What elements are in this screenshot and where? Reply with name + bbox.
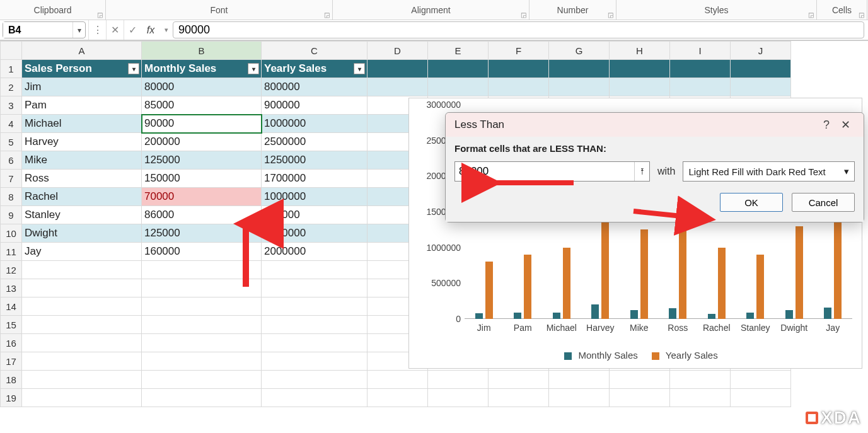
row-header-10[interactable]: 10: [1, 224, 22, 243]
bar-yearly[interactable]: [796, 226, 803, 319]
cell[interactable]: [731, 60, 791, 78]
ribbon-group-cells[interactable]: Cells◲: [817, 0, 867, 20]
cell[interactable]: [22, 334, 142, 352]
row-header-19[interactable]: 19: [1, 389, 22, 407]
cell[interactable]: [262, 279, 367, 297]
col-header-J[interactable]: J: [731, 42, 791, 60]
formula-input[interactable]: [173, 21, 864, 38]
cell[interactable]: [262, 297, 367, 316]
cell[interactable]: [22, 389, 142, 407]
cell-B8[interactable]: 70000: [142, 188, 262, 206]
cell[interactable]: [610, 389, 670, 407]
cell-B3[interactable]: 85000: [142, 96, 262, 115]
cell-C8[interactable]: 1000000: [262, 188, 367, 206]
cell[interactable]: [142, 297, 262, 316]
cell[interactable]: [262, 261, 367, 279]
bar-monthly[interactable]: [785, 310, 793, 319]
close-icon[interactable]: ✕: [836, 118, 855, 132]
row-header-1[interactable]: 1: [1, 60, 22, 78]
cell-A10[interactable]: Dwight: [22, 224, 142, 243]
cell[interactable]: [670, 389, 731, 407]
col-header-I[interactable]: I: [670, 42, 731, 60]
cell[interactable]: [428, 371, 489, 389]
help-button[interactable]: ?: [817, 118, 836, 132]
cell[interactable]: [262, 316, 367, 334]
fx-dropdown-icon[interactable]: ▾: [160, 20, 173, 40]
row-header-5[interactable]: 5: [1, 133, 22, 151]
cell-A8[interactable]: Rachel: [22, 188, 142, 206]
format-select[interactable]: Light Red Fill with Dark Red Text ▾: [683, 161, 855, 182]
row-header-11[interactable]: 11: [1, 243, 22, 261]
bar-monthly[interactable]: [746, 313, 754, 319]
row-header-9[interactable]: 9: [1, 206, 22, 224]
cell[interactable]: [670, 78, 731, 96]
row-header-16[interactable]: 16: [1, 334, 22, 352]
cell[interactable]: [731, 371, 791, 389]
cell[interactable]: [142, 279, 262, 297]
cancel-button[interactable]: Cancel: [792, 193, 855, 212]
options-button[interactable]: ⋮: [88, 20, 106, 40]
cell-A7[interactable]: Ross: [22, 170, 142, 188]
cell[interactable]: [428, 60, 489, 78]
bar-monthly[interactable]: [824, 308, 831, 319]
table-header-a[interactable]: Sales Person▾: [22, 60, 142, 78]
cell[interactable]: [142, 261, 262, 279]
dialog-launcher-icon[interactable]: ◲: [97, 11, 103, 18]
fx-icon[interactable]: fx: [141, 20, 160, 40]
cell[interactable]: [489, 78, 549, 96]
table-header-b[interactable]: Monthly Sales▾: [142, 60, 262, 78]
bar-monthly[interactable]: [669, 308, 676, 319]
row-header-7[interactable]: 7: [1, 170, 22, 188]
cell-A6[interactable]: Mike: [22, 151, 142, 170]
cell-C7[interactable]: 1700000: [262, 170, 367, 188]
name-box-dropdown[interactable]: ▾: [72, 22, 85, 38]
ok-button[interactable]: OK: [720, 193, 783, 212]
cell-C5[interactable]: 2500000: [262, 133, 367, 151]
cell[interactable]: [367, 60, 428, 78]
cell-B7[interactable]: 150000: [142, 170, 262, 188]
cell-A5[interactable]: Harvey: [22, 133, 142, 151]
row-header-17[interactable]: 17: [1, 352, 22, 371]
cell[interactable]: [428, 78, 489, 96]
cell[interactable]: [670, 371, 731, 389]
cell-C2[interactable]: 800000: [262, 78, 367, 96]
filter-icon[interactable]: ▾: [354, 63, 365, 74]
cell[interactable]: [262, 371, 367, 389]
cell[interactable]: [731, 78, 791, 96]
table-header-c[interactable]: Yearly Sales▾: [262, 60, 367, 78]
dialog-launcher-icon[interactable]: ◲: [808, 11, 814, 18]
row-header-8[interactable]: 8: [1, 188, 22, 206]
row-header-18[interactable]: 18: [1, 371, 22, 389]
row-header-3[interactable]: 3: [1, 96, 22, 115]
refedit-icon[interactable]: ⭱: [634, 162, 649, 181]
dialog-launcher-icon[interactable]: ◲: [521, 11, 526, 18]
row-header-12[interactable]: 12: [1, 261, 22, 279]
cell[interactable]: [489, 389, 549, 407]
cell-B2[interactable]: 80000: [142, 78, 262, 96]
bar-monthly[interactable]: [630, 310, 638, 319]
cell[interactable]: [262, 334, 367, 352]
cell-C10[interactable]: 1300000: [262, 224, 367, 243]
cell[interactable]: [610, 371, 670, 389]
col-header-H[interactable]: H: [610, 42, 670, 60]
col-header-A[interactable]: A: [22, 42, 142, 60]
row-header-13[interactable]: 13: [1, 279, 22, 297]
bar-monthly[interactable]: [514, 313, 521, 319]
cell-C3[interactable]: 900000: [262, 96, 367, 115]
cell[interactable]: [489, 60, 549, 78]
dialog-launcher-icon[interactable]: ◲: [608, 11, 613, 18]
cell[interactable]: [22, 371, 142, 389]
row-header-15[interactable]: 15: [1, 316, 22, 334]
cell[interactable]: [428, 389, 489, 407]
cell[interactable]: [142, 316, 262, 334]
bar-yearly[interactable]: [524, 255, 531, 319]
cell[interactable]: [22, 352, 142, 371]
cell[interactable]: [549, 389, 610, 407]
cell[interactable]: [142, 334, 262, 352]
cell[interactable]: [22, 297, 142, 316]
cell-A2[interactable]: Jim: [22, 78, 142, 96]
cell-B6[interactable]: 125000: [142, 151, 262, 170]
cell[interactable]: [549, 60, 610, 78]
filter-icon[interactable]: ▾: [248, 63, 259, 74]
bar-monthly[interactable]: [708, 314, 715, 319]
